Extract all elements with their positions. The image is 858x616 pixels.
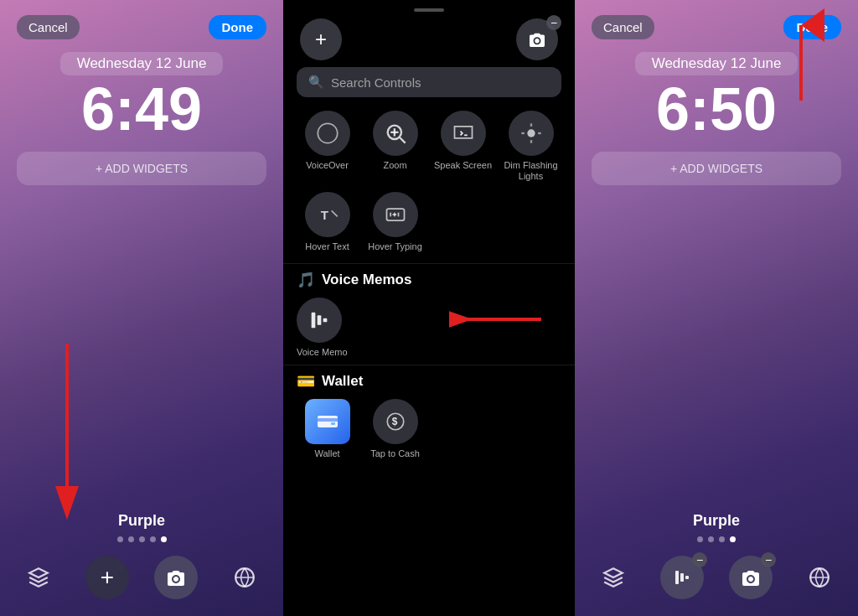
voice-memos-header: 🎵 Voice Memos [283,263,575,294]
speak-screen-label: Speak Screen [434,160,492,171]
right-widget-area[interactable]: + ADD WIDGETS [592,152,841,185]
tap-to-cash-icon: $ [373,399,418,444]
dim-flashing-icon [509,111,554,156]
right-bottom-area: Purple [575,512,858,616]
right-dot-1 [697,536,703,542]
sheet-top-icons: + − [283,18,575,67]
speak-screen-icon [441,111,486,156]
svg-rect-25 [318,418,338,422]
svg-rect-20 [312,312,316,328]
dim-flashing-control[interactable]: Dim Flashing Lights [500,111,561,182]
left-top-bar: Cancel Done [0,0,283,48]
right-dot-2 [708,536,714,542]
wallet-section-icon: 💳 [297,372,315,391]
svg-rect-21 [318,315,322,325]
hover-text-icon: T [305,192,350,237]
search-input[interactable] [331,75,550,90]
camera-wrap [154,556,198,599]
plus-icon: + [315,28,327,51]
voiceover-icon [305,111,350,156]
dot-4 [150,536,156,542]
sheet-plus-button[interactable]: + [300,18,342,60]
wallet-controls-grid: Wallet $ Tap to Cash [283,396,575,469]
layers-button[interactable] [17,556,60,599]
right-voice-memo-wrap: − [660,556,704,599]
add-widgets-label: + ADD WIDGETS [96,162,188,175]
svg-text:$: $ [391,416,397,427]
left-date-display: Wednesday 12 June 6:49 [0,52,283,139]
wallet-section-label: Wallet [322,373,363,390]
svg-rect-30 [680,573,684,582]
left-cancel-button[interactable]: Cancel [17,15,80,39]
voice-memo-area: Voice Memo [283,294,575,365]
left-done-button[interactable]: Done [209,15,267,39]
zoom-icon [373,111,418,156]
voice-memo-icon [297,298,342,343]
svg-rect-22 [323,318,328,322]
right-globe-button[interactable] [798,556,841,599]
right-add-widgets-label: + ADD WIDGETS [670,162,762,175]
add-button[interactable]: + [85,556,129,599]
zoom-control[interactable]: Zoom [364,111,426,182]
sheet-camera-wrap: − [516,18,558,60]
voice-memos-section-icon: 🎵 [297,271,315,289]
svg-rect-31 [685,576,689,579]
left-bottom-area: Purple + [0,512,283,616]
middle-controls-panel: + − 🔍 VoiceOver [283,0,575,616]
right-done-button[interactable]: Done [783,15,842,39]
right-date-display: Wednesday 12 June 6:50 [575,52,858,139]
speak-screen-control[interactable]: Speak Screen [432,111,494,182]
right-layers-button[interactable] [592,556,635,599]
accessibility-controls-grid: VoiceOver Zoom Sp [283,107,575,263]
zoom-label: Zoom [383,160,406,171]
right-vm-remove-badge[interactable]: − [692,552,707,567]
hover-text-label: Hover Text [305,241,349,252]
voice-memo-label: Voice Memo [297,347,348,358]
search-icon: 🔍 [308,75,324,90]
right-phone-panel: Cancel Done Wednesday 12 June 6:50 + ADD… [575,0,858,616]
left-bottom-buttons: + [17,556,266,599]
wallet-icon [305,399,350,444]
tap-to-cash-control[interactable]: $ Tap to Cash [364,399,426,459]
voice-memo-item[interactable]: Voice Memo [283,294,575,365]
svg-point-2 [318,123,337,142]
right-time-text: 6:50 [575,79,858,139]
search-bar[interactable]: 🔍 [297,67,561,97]
sheet-handle [414,8,444,12]
right-top-bar: Cancel Done [575,0,858,48]
hover-typing-label: Hover Typing [368,241,422,252]
dot-1 [117,536,123,542]
right-dot-4-active [730,536,736,542]
voice-memos-section-label: Voice Memos [322,272,411,288]
svg-rect-26 [331,422,335,425]
right-date-text: Wednesday 12 June [635,52,799,75]
right-dot-row [592,536,841,542]
left-phone-panel: Cancel Done Wednesday 12 June 6:49 + ADD… [0,0,283,616]
svg-rect-29 [675,571,679,584]
hover-typing-icon [373,192,418,237]
right-cancel-button[interactable]: Cancel [592,15,654,39]
left-widget-area[interactable]: + ADD WIDGETS [17,152,266,185]
right-wallpaper-label: Purple [592,512,841,530]
voiceover-control[interactable]: VoiceOver [297,111,358,182]
wallet-header: 💳 Wallet [283,365,575,396]
left-dot-row [17,536,266,542]
right-dot-3 [719,536,725,542]
left-time-text: 6:49 [0,79,283,139]
right-camera-wrap: − [729,556,773,599]
dot-5-active [161,536,167,542]
camera-remove-badge[interactable]: − [546,15,561,30]
wallet-control[interactable]: Wallet [297,399,358,459]
svg-point-8 [527,129,535,137]
add-icon: + [101,564,114,591]
camera-button[interactable] [154,556,198,599]
left-date-text: Wednesday 12 June [60,52,224,75]
globe-button[interactable] [223,556,266,599]
svg-line-14 [331,211,337,217]
hover-typing-control[interactable]: Hover Typing [364,192,426,252]
left-wallpaper-label: Purple [17,512,266,530]
dot-3 [139,536,145,542]
tap-to-cash-label: Tap to Cash [370,448,420,459]
right-cam-remove-badge[interactable]: − [761,552,776,567]
hover-text-control[interactable]: T Hover Text [297,192,358,252]
